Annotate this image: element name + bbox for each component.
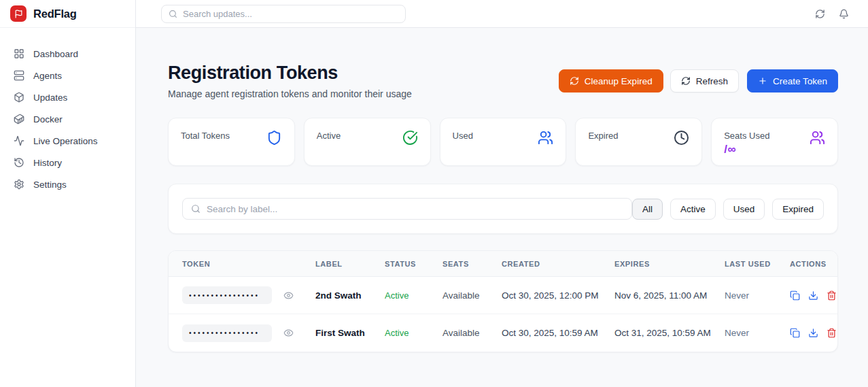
users-icon (810, 129, 825, 146)
sidebar-item-agents[interactable]: Agents (0, 65, 135, 86)
app-window: RedFlag Dashboard Agents Updates Docker … (0, 0, 868, 387)
eye-icon[interactable] (283, 328, 294, 338)
stat-label: Expired (588, 131, 618, 141)
activity-pulse-icon (14, 135, 24, 146)
column-header-token: Token (182, 260, 315, 268)
stat-value: /∞ (724, 143, 769, 156)
column-header-status: Status (385, 260, 442, 268)
expires-value: Nov 6, 2025, 11:00 AM (614, 290, 725, 301)
label-search[interactable] (182, 198, 632, 220)
refresh-icon (570, 76, 579, 86)
stat-label: Seats Used (724, 131, 769, 141)
create-token-label: Create Token (773, 76, 827, 86)
sidebar-item-label: History (33, 158, 62, 168)
sidebar-item-settings[interactable]: Settings (0, 173, 135, 195)
plus-icon (758, 76, 767, 86)
filter-bar: All Active Used Expired (168, 184, 838, 234)
masked-token: •••••••••••••••• (182, 286, 272, 304)
redflag-logo-icon (10, 5, 27, 22)
refresh-label: Refresh (696, 76, 728, 86)
filter-expired-button[interactable]: Expired (772, 199, 824, 220)
token-label: First Swath (315, 328, 385, 338)
column-header-label: Label (315, 260, 385, 268)
check-circle-icon (402, 129, 418, 146)
label-search-input[interactable] (207, 204, 623, 214)
copy-icon[interactable] (790, 290, 800, 301)
topbar-icons (815, 9, 849, 19)
sidebar-item-live-operations[interactable]: Live Operations (0, 130, 135, 152)
main-content: Registration Tokens Manage agent registr… (136, 28, 868, 387)
sidebar-item-label: Updates (33, 92, 67, 103)
page-title: Registration Tokens (168, 63, 412, 84)
column-header-seats: Seats (442, 260, 502, 268)
filter-all-button[interactable]: All (632, 199, 663, 220)
refresh-icon (681, 76, 691, 86)
sidebar-item-updates[interactable]: Updates (0, 86, 135, 108)
global-search-input[interactable] (183, 9, 398, 19)
brand[interactable]: RedFlag (0, 0, 135, 28)
stat-card-active: Active (304, 118, 431, 166)
brand-name: RedFlag (33, 7, 77, 20)
trash-icon[interactable] (827, 290, 837, 301)
global-search[interactable] (161, 5, 406, 23)
masked-token: •••••••••••••••• (182, 324, 272, 342)
sidebar-item-history[interactable]: History (0, 152, 135, 173)
filter-active-button[interactable]: Active (670, 199, 716, 220)
token-label: 2nd Swath (315, 290, 385, 301)
stat-label: Total Tokens (181, 131, 230, 141)
trash-icon[interactable] (827, 328, 837, 338)
cleanup-expired-label: Cleanup Expired (585, 76, 653, 86)
tokens-table: Token Label Status Seats Created Expires… (168, 250, 838, 352)
notification-bell-icon[interactable] (839, 9, 849, 19)
expires-value: Oct 31, 2025, 10:59 AM (614, 328, 725, 338)
server-icon (14, 70, 24, 81)
refresh-button[interactable]: Refresh (670, 69, 739, 92)
sidebar-item-dashboard[interactable]: Dashboard (0, 43, 135, 65)
copy-icon[interactable] (790, 328, 800, 338)
page-subtitle: Manage agent registration tokens and mon… (168, 88, 412, 99)
gear-icon (14, 179, 24, 190)
column-header-created: Created (502, 260, 614, 268)
download-icon[interactable] (808, 290, 818, 301)
create-token-button[interactable]: Create Token (747, 69, 838, 92)
filter-used-button[interactable]: Used (723, 199, 765, 220)
container-icon (14, 114, 24, 124)
filter-chips: All Active Used Expired (632, 199, 824, 220)
token-cell: •••••••••••••••• (182, 324, 315, 342)
shield-icon (266, 129, 282, 146)
row-actions (790, 290, 837, 301)
sidebar-item-label: Live Operations (33, 136, 98, 146)
created-value: Oct 30, 2025, 12:00 PM (502, 290, 614, 301)
column-header-actions: Actions (790, 260, 827, 268)
dashboard-grid-icon (14, 48, 24, 59)
stat-card-expired: Expired (575, 118, 702, 166)
stat-card-total-tokens: Total Tokens (168, 118, 295, 166)
history-clock-icon (14, 157, 24, 168)
clock-icon (674, 129, 689, 146)
stat-card-used: Used (440, 118, 567, 166)
header-actions: Cleanup Expired Refresh Create Token (559, 69, 838, 92)
cleanup-expired-button[interactable]: Cleanup Expired (559, 69, 663, 92)
column-header-expires: Expires (614, 260, 725, 268)
refresh-icon[interactable] (815, 9, 825, 19)
sidebar: RedFlag Dashboard Agents Updates Docker … (0, 0, 136, 387)
search-icon (169, 10, 177, 18)
stats-row: Total Tokens Active Used (168, 118, 838, 166)
table-row: •••••••••••••••• 2nd Swath Active Availa… (169, 277, 837, 314)
column-header-last-used: Last Used (725, 260, 790, 268)
row-actions (790, 328, 837, 338)
last-used-value: Never (725, 290, 790, 301)
package-icon (14, 92, 24, 103)
page-header: Registration Tokens Manage agent registr… (168, 63, 838, 99)
created-value: Oct 30, 2025, 10:59 AM (502, 328, 614, 338)
table-header-row: Token Label Status Seats Created Expires… (169, 251, 837, 277)
search-icon (191, 204, 201, 214)
eye-icon[interactable] (283, 290, 294, 301)
download-icon[interactable] (808, 328, 818, 338)
last-used-value: Never (725, 328, 790, 338)
sidebar-item-label: Settings (33, 180, 67, 190)
sidebar-item-label: Docker (33, 114, 63, 124)
topbar (136, 0, 868, 28)
sidebar-item-docker[interactable]: Docker (0, 108, 135, 130)
token-cell: •••••••••••••••• (182, 286, 315, 304)
